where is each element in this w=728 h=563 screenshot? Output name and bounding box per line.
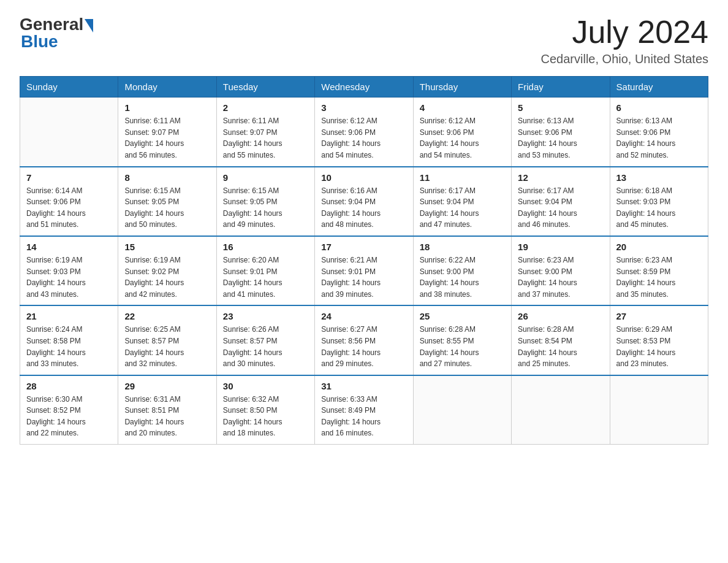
day-info: Sunrise: 6:23 AMSunset: 9:00 PMDaylight:…: [518, 255, 603, 300]
day-info: Sunrise: 6:17 AMSunset: 9:04 PMDaylight:…: [518, 185, 603, 231]
calendar-cell: 25Sunrise: 6:28 AMSunset: 8:55 PMDayligh…: [413, 305, 511, 375]
weekday-header-thursday: Thursday: [413, 77, 511, 98]
day-number: 12: [518, 172, 603, 183]
day-info: Sunrise: 6:19 AMSunset: 9:03 PMDaylight:…: [26, 255, 112, 300]
day-number: 1: [124, 102, 210, 113]
calendar-cell: 7Sunrise: 6:14 AMSunset: 9:06 PMDaylight…: [20, 167, 118, 236]
day-number: 18: [420, 242, 505, 252]
day-info: Sunrise: 6:12 AMSunset: 9:06 PMDaylight:…: [321, 115, 406, 161]
calendar-cell: [512, 375, 610, 445]
calendar-cell: 1Sunrise: 6:11 AMSunset: 9:07 PMDaylight…: [118, 98, 216, 167]
day-number: 23: [223, 311, 308, 321]
logo: General Blue: [20, 15, 93, 52]
day-number: 21: [26, 311, 112, 321]
calendar-cell: 2Sunrise: 6:11 AMSunset: 9:07 PMDaylight…: [216, 98, 314, 167]
day-info: Sunrise: 6:13 AMSunset: 9:06 PMDaylight:…: [518, 115, 603, 161]
day-number: 11: [420, 172, 505, 183]
calendar-cell: 31Sunrise: 6:33 AMSunset: 8:49 PMDayligh…: [315, 375, 413, 445]
calendar-cell: 16Sunrise: 6:20 AMSunset: 9:01 PMDayligh…: [216, 236, 314, 305]
day-number: 25: [420, 311, 505, 321]
day-info: Sunrise: 6:31 AMSunset: 8:51 PMDaylight:…: [124, 394, 210, 439]
day-info: Sunrise: 6:13 AMSunset: 9:06 PMDaylight:…: [616, 115, 702, 161]
day-info: Sunrise: 6:28 AMSunset: 8:54 PMDaylight:…: [518, 324, 603, 369]
day-info: Sunrise: 6:20 AMSunset: 9:01 PMDaylight:…: [223, 255, 308, 300]
weekday-header-saturday: Saturday: [610, 77, 708, 98]
day-info: Sunrise: 6:22 AMSunset: 9:00 PMDaylight:…: [420, 255, 505, 300]
day-info: Sunrise: 6:28 AMSunset: 8:55 PMDaylight:…: [420, 324, 505, 369]
day-info: Sunrise: 6:23 AMSunset: 8:59 PMDaylight:…: [616, 255, 702, 300]
calendar-cell: 12Sunrise: 6:17 AMSunset: 9:04 PMDayligh…: [512, 167, 610, 236]
day-number: 5: [518, 102, 603, 113]
day-number: 14: [26, 242, 112, 252]
calendar-cell: 9Sunrise: 6:15 AMSunset: 9:05 PMDaylight…: [216, 167, 314, 236]
calendar-cell: 20Sunrise: 6:23 AMSunset: 8:59 PMDayligh…: [610, 236, 708, 305]
calendar-cell: 5Sunrise: 6:13 AMSunset: 9:06 PMDaylight…: [512, 98, 610, 167]
day-number: 20: [616, 242, 702, 252]
calendar-cell: 22Sunrise: 6:25 AMSunset: 8:57 PMDayligh…: [118, 305, 216, 375]
day-info: Sunrise: 6:15 AMSunset: 9:05 PMDaylight:…: [124, 185, 210, 231]
calendar-cell: 6Sunrise: 6:13 AMSunset: 9:06 PMDaylight…: [610, 98, 708, 167]
day-number: 15: [124, 242, 210, 252]
weekday-header-friday: Friday: [512, 77, 610, 98]
calendar-cell: 8Sunrise: 6:15 AMSunset: 9:05 PMDaylight…: [118, 167, 216, 236]
calendar-cell: 29Sunrise: 6:31 AMSunset: 8:51 PMDayligh…: [118, 375, 216, 445]
calendar-cell: 14Sunrise: 6:19 AMSunset: 9:03 PMDayligh…: [20, 236, 118, 305]
day-number: 8: [124, 172, 210, 183]
day-number: 17: [321, 242, 406, 252]
calendar-week-row: 1Sunrise: 6:11 AMSunset: 9:07 PMDaylight…: [20, 98, 708, 167]
calendar-cell: 30Sunrise: 6:32 AMSunset: 8:50 PMDayligh…: [216, 375, 314, 445]
calendar-week-row: 28Sunrise: 6:30 AMSunset: 8:52 PMDayligh…: [20, 375, 708, 445]
calendar-cell: 24Sunrise: 6:27 AMSunset: 8:56 PMDayligh…: [315, 305, 413, 375]
day-number: 29: [124, 381, 210, 391]
calendar-cell: 3Sunrise: 6:12 AMSunset: 9:06 PMDaylight…: [315, 98, 413, 167]
day-info: Sunrise: 6:19 AMSunset: 9:02 PMDaylight:…: [124, 255, 210, 300]
day-info: Sunrise: 6:11 AMSunset: 9:07 PMDaylight:…: [124, 115, 210, 161]
calendar-header: SundayMondayTuesdayWednesdayThursdayFrid…: [20, 77, 708, 98]
day-number: 22: [124, 311, 210, 321]
day-info: Sunrise: 6:27 AMSunset: 8:56 PMDaylight:…: [321, 324, 406, 369]
day-number: 10: [321, 172, 406, 183]
day-number: 30: [223, 381, 308, 391]
day-number: 13: [616, 172, 702, 183]
calendar-cell: 18Sunrise: 6:22 AMSunset: 9:00 PMDayligh…: [413, 236, 511, 305]
day-number: 28: [26, 381, 112, 391]
calendar-cell: 11Sunrise: 6:17 AMSunset: 9:04 PMDayligh…: [413, 167, 511, 236]
calendar-cell: 28Sunrise: 6:30 AMSunset: 8:52 PMDayligh…: [20, 375, 118, 445]
day-info: Sunrise: 6:26 AMSunset: 8:57 PMDaylight:…: [223, 324, 308, 369]
calendar-table: SundayMondayTuesdayWednesdayThursdayFrid…: [20, 76, 708, 445]
day-info: Sunrise: 6:15 AMSunset: 9:05 PMDaylight:…: [223, 185, 308, 231]
calendar-cell: 19Sunrise: 6:23 AMSunset: 9:00 PMDayligh…: [512, 236, 610, 305]
calendar-cell: 17Sunrise: 6:21 AMSunset: 9:01 PMDayligh…: [315, 236, 413, 305]
weekday-header-monday: Monday: [118, 77, 216, 98]
day-number: 4: [420, 102, 505, 113]
day-info: Sunrise: 6:17 AMSunset: 9:04 PMDaylight:…: [420, 185, 505, 231]
calendar-cell: [610, 375, 708, 445]
day-info: Sunrise: 6:24 AMSunset: 8:58 PMDaylight:…: [26, 324, 112, 369]
day-number: 9: [223, 172, 308, 183]
location-subtitle: Cedarville, Ohio, United States: [541, 52, 708, 66]
day-number: 7: [26, 172, 112, 183]
day-number: 16: [223, 242, 308, 252]
calendar-cell: 26Sunrise: 6:28 AMSunset: 8:54 PMDayligh…: [512, 305, 610, 375]
title-area: July 2024 Cedarville, Ohio, United State…: [541, 15, 708, 66]
day-info: Sunrise: 6:25 AMSunset: 8:57 PMDaylight:…: [124, 324, 210, 369]
weekday-header-row: SundayMondayTuesdayWednesdayThursdayFrid…: [20, 77, 708, 98]
weekday-header-wednesday: Wednesday: [315, 77, 413, 98]
day-info: Sunrise: 6:29 AMSunset: 8:53 PMDaylight:…: [616, 324, 702, 369]
day-number: 6: [616, 102, 702, 113]
day-info: Sunrise: 6:11 AMSunset: 9:07 PMDaylight:…: [223, 115, 308, 161]
day-number: 31: [321, 381, 406, 391]
day-number: 3: [321, 102, 406, 113]
calendar-cell: 10Sunrise: 6:16 AMSunset: 9:04 PMDayligh…: [315, 167, 413, 236]
day-info: Sunrise: 6:14 AMSunset: 9:06 PMDaylight:…: [26, 185, 112, 231]
calendar-cell: 27Sunrise: 6:29 AMSunset: 8:53 PMDayligh…: [610, 305, 708, 375]
calendar-cell: 21Sunrise: 6:24 AMSunset: 8:58 PMDayligh…: [20, 305, 118, 375]
calendar-cell: 4Sunrise: 6:12 AMSunset: 9:06 PMDaylight…: [413, 98, 511, 167]
day-number: 2: [223, 102, 308, 113]
day-number: 27: [616, 311, 702, 321]
day-info: Sunrise: 6:16 AMSunset: 9:04 PMDaylight:…: [321, 185, 406, 231]
day-number: 26: [518, 311, 603, 321]
page-header: General Blue July 2024 Cedarville, Ohio,…: [20, 15, 708, 66]
day-number: 19: [518, 242, 603, 252]
day-info: Sunrise: 6:18 AMSunset: 9:03 PMDaylight:…: [616, 185, 702, 231]
